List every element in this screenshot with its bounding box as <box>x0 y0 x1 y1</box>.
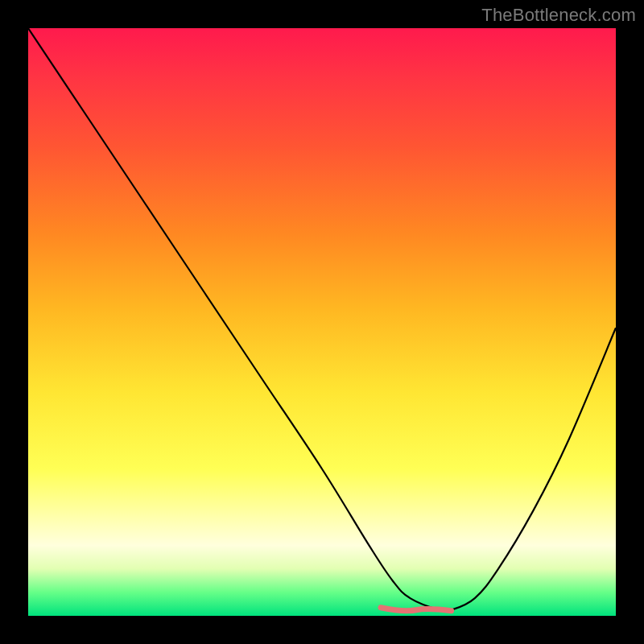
watermark-label: TheBottleneck.com <box>481 5 636 26</box>
chart-frame: TheBottleneck.com <box>0 0 644 644</box>
curve-svg <box>28 28 616 616</box>
flat-marker-path <box>381 608 452 611</box>
bottleneck-curve-path <box>28 28 616 612</box>
plot-area <box>28 28 616 616</box>
